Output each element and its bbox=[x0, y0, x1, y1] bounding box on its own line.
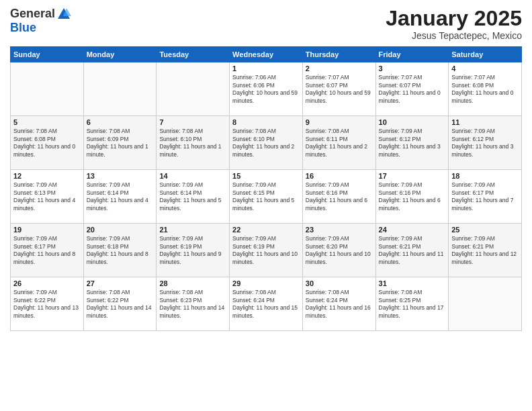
cell-info: Sunrise: 7:09 AM Sunset: 6:22 PM Dayligh… bbox=[13, 289, 81, 320]
cell-info: Sunrise: 7:09 AM Sunset: 6:16 PM Dayligh… bbox=[379, 181, 446, 212]
day-number: 2 bbox=[306, 64, 373, 73]
day-number: 28 bbox=[159, 279, 226, 287]
calendar-cell: 15Sunrise: 7:09 AM Sunset: 6:15 PM Dayli… bbox=[230, 170, 303, 224]
cell-info: Sunrise: 7:09 AM Sunset: 6:15 PM Dayligh… bbox=[232, 181, 300, 212]
day-number: 7 bbox=[159, 118, 226, 126]
day-header-thursday: Thursday bbox=[302, 47, 375, 62]
cell-info: Sunrise: 7:09 AM Sunset: 6:13 PM Dayligh… bbox=[13, 181, 81, 212]
calendar-cell: 18Sunrise: 7:09 AM Sunset: 6:17 PM Dayli… bbox=[449, 170, 522, 224]
cell-info: Sunrise: 7:07 AM Sunset: 6:07 PM Dayligh… bbox=[379, 74, 446, 105]
cell-info: Sunrise: 7:08 AM Sunset: 6:09 PM Dayligh… bbox=[87, 128, 154, 158]
cell-info: Sunrise: 7:09 AM Sunset: 6:12 PM Dayligh… bbox=[379, 128, 446, 158]
month-title: January 2025 bbox=[386, 7, 522, 30]
cell-info: Sunrise: 7:09 AM Sunset: 6:21 PM Dayligh… bbox=[451, 235, 519, 266]
calendar-cell: 2Sunrise: 7:07 AM Sunset: 6:07 PM Daylig… bbox=[302, 62, 375, 116]
cell-info: Sunrise: 7:09 AM Sunset: 6:21 PM Dayligh… bbox=[379, 235, 446, 266]
cell-info: Sunrise: 7:09 AM Sunset: 6:20 PM Dayligh… bbox=[306, 235, 373, 266]
calendar-cell: 10Sunrise: 7:09 AM Sunset: 6:12 PM Dayli… bbox=[375, 116, 449, 170]
calendar-week-5: 26Sunrise: 7:09 AM Sunset: 6:22 PM Dayli… bbox=[11, 277, 522, 331]
day-number: 19 bbox=[13, 226, 81, 234]
location: Jesus Tepactepec, Mexico bbox=[386, 30, 522, 41]
day-number: 29 bbox=[232, 279, 300, 287]
day-number: 30 bbox=[306, 279, 373, 287]
calendar-cell: 26Sunrise: 7:09 AM Sunset: 6:22 PM Dayli… bbox=[11, 277, 84, 331]
calendar-week-1: 1Sunrise: 7:06 AM Sunset: 6:06 PM Daylig… bbox=[11, 62, 522, 116]
day-number: 12 bbox=[13, 172, 81, 180]
cell-info: Sunrise: 7:09 AM Sunset: 6:16 PM Dayligh… bbox=[306, 181, 373, 212]
logo-blue: Blue bbox=[10, 21, 71, 35]
day-number: 6 bbox=[87, 118, 154, 126]
logo: General Blue bbox=[10, 7, 71, 35]
day-header-monday: Monday bbox=[83, 47, 157, 62]
cell-info: Sunrise: 7:09 AM Sunset: 6:14 PM Dayligh… bbox=[87, 181, 154, 212]
day-header-wednesday: Wednesday bbox=[230, 47, 303, 62]
day-number: 4 bbox=[451, 64, 519, 73]
day-number: 10 bbox=[379, 118, 446, 126]
cell-info: Sunrise: 7:07 AM Sunset: 6:08 PM Dayligh… bbox=[451, 74, 519, 105]
calendar-week-4: 19Sunrise: 7:09 AM Sunset: 6:17 PM Dayli… bbox=[11, 224, 522, 277]
day-number: 21 bbox=[159, 226, 226, 234]
cell-info: Sunrise: 7:08 AM Sunset: 6:24 PM Dayligh… bbox=[232, 289, 300, 320]
day-number: 22 bbox=[232, 226, 300, 234]
cell-info: Sunrise: 7:08 AM Sunset: 6:22 PM Dayligh… bbox=[87, 289, 154, 320]
calendar-cell: 30Sunrise: 7:08 AM Sunset: 6:24 PM Dayli… bbox=[302, 277, 375, 331]
cell-info: Sunrise: 7:06 AM Sunset: 6:06 PM Dayligh… bbox=[232, 74, 300, 105]
calendar-cell: 11Sunrise: 7:09 AM Sunset: 6:12 PM Dayli… bbox=[449, 116, 522, 170]
title-block: January 2025 Jesus Tepactepec, Mexico bbox=[386, 7, 522, 41]
calendar-cell: 20Sunrise: 7:09 AM Sunset: 6:18 PM Dayli… bbox=[83, 224, 157, 277]
cell-info: Sunrise: 7:08 AM Sunset: 6:25 PM Dayligh… bbox=[379, 289, 446, 320]
cell-info: Sunrise: 7:09 AM Sunset: 6:19 PM Dayligh… bbox=[232, 235, 300, 266]
calendar-week-2: 5Sunrise: 7:08 AM Sunset: 6:08 PM Daylig… bbox=[11, 116, 522, 170]
cell-info: Sunrise: 7:09 AM Sunset: 6:12 PM Dayligh… bbox=[451, 128, 519, 158]
calendar-cell: 19Sunrise: 7:09 AM Sunset: 6:17 PM Dayli… bbox=[11, 224, 84, 277]
calendar-cell bbox=[83, 62, 157, 116]
calendar-cell: 28Sunrise: 7:08 AM Sunset: 6:23 PM Dayli… bbox=[157, 277, 230, 331]
calendar-cell: 24Sunrise: 7:09 AM Sunset: 6:21 PM Dayli… bbox=[375, 224, 449, 277]
day-number: 3 bbox=[379, 64, 446, 73]
calendar-cell: 4Sunrise: 7:07 AM Sunset: 6:08 PM Daylig… bbox=[449, 62, 522, 116]
day-number: 1 bbox=[232, 64, 300, 73]
calendar-page: General Blue January 2025 Jesus Tepactep… bbox=[0, 0, 532, 411]
day-number: 23 bbox=[306, 226, 373, 234]
day-number: 14 bbox=[159, 172, 226, 180]
calendar-cell bbox=[11, 62, 84, 116]
cell-info: Sunrise: 7:07 AM Sunset: 6:07 PM Dayligh… bbox=[306, 74, 373, 105]
day-number: 25 bbox=[451, 226, 519, 234]
cell-info: Sunrise: 7:09 AM Sunset: 6:17 PM Dayligh… bbox=[13, 235, 81, 266]
cell-info: Sunrise: 7:08 AM Sunset: 6:23 PM Dayligh… bbox=[159, 289, 226, 320]
calendar-cell: 8Sunrise: 7:08 AM Sunset: 6:10 PM Daylig… bbox=[230, 116, 303, 170]
day-number: 13 bbox=[87, 172, 154, 180]
logo-icon bbox=[56, 7, 71, 21]
calendar-cell: 31Sunrise: 7:08 AM Sunset: 6:25 PM Dayli… bbox=[375, 277, 449, 331]
day-header-saturday: Saturday bbox=[449, 47, 522, 62]
calendar-table: SundayMondayTuesdayWednesdayThursdayFrid… bbox=[10, 46, 522, 331]
day-header-tuesday: Tuesday bbox=[157, 47, 230, 62]
calendar-cell bbox=[157, 62, 230, 116]
day-number: 16 bbox=[306, 172, 373, 180]
calendar-cell: 23Sunrise: 7:09 AM Sunset: 6:20 PM Dayli… bbox=[302, 224, 375, 277]
calendar-cell: 3Sunrise: 7:07 AM Sunset: 6:07 PM Daylig… bbox=[375, 62, 449, 116]
calendar-week-3: 12Sunrise: 7:09 AM Sunset: 6:13 PM Dayli… bbox=[11, 170, 522, 224]
calendar-cell: 14Sunrise: 7:09 AM Sunset: 6:14 PM Dayli… bbox=[157, 170, 230, 224]
calendar-cell: 1Sunrise: 7:06 AM Sunset: 6:06 PM Daylig… bbox=[230, 62, 303, 116]
calendar-cell: 9Sunrise: 7:08 AM Sunset: 6:11 PM Daylig… bbox=[302, 116, 375, 170]
day-number: 9 bbox=[306, 118, 373, 126]
day-number: 17 bbox=[379, 172, 446, 180]
calendar-cell bbox=[449, 277, 522, 331]
calendar-cell: 13Sunrise: 7:09 AM Sunset: 6:14 PM Dayli… bbox=[83, 170, 157, 224]
calendar-cell: 16Sunrise: 7:09 AM Sunset: 6:16 PM Dayli… bbox=[302, 170, 375, 224]
cell-info: Sunrise: 7:08 AM Sunset: 6:24 PM Dayligh… bbox=[306, 289, 373, 320]
day-header-sunday: Sunday bbox=[11, 47, 84, 62]
cell-info: Sunrise: 7:09 AM Sunset: 6:14 PM Dayligh… bbox=[159, 181, 226, 212]
day-number: 20 bbox=[87, 226, 154, 234]
day-number: 31 bbox=[379, 279, 446, 287]
day-number: 27 bbox=[87, 279, 154, 287]
day-number: 24 bbox=[379, 226, 446, 234]
calendar-cell: 6Sunrise: 7:08 AM Sunset: 6:09 PM Daylig… bbox=[83, 116, 157, 170]
day-header-friday: Friday bbox=[375, 47, 449, 62]
logo-general: General bbox=[10, 7, 55, 21]
calendar-header-row: SundayMondayTuesdayWednesdayThursdayFrid… bbox=[11, 47, 522, 62]
calendar-cell: 25Sunrise: 7:09 AM Sunset: 6:21 PM Dayli… bbox=[449, 224, 522, 277]
day-number: 5 bbox=[13, 118, 81, 126]
cell-info: Sunrise: 7:09 AM Sunset: 6:17 PM Dayligh… bbox=[451, 181, 519, 212]
